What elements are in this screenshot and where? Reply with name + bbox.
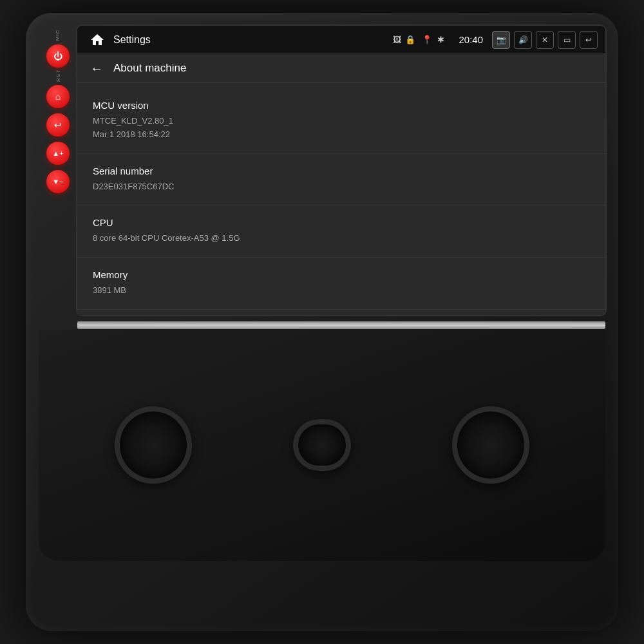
cpu-label: CPU xyxy=(93,217,590,228)
info-list: MCU version MTCE_KLD_V2.80_1Mar 1 2018 1… xyxy=(77,83,605,315)
vent-right xyxy=(452,406,529,484)
home-icon-btn[interactable] xyxy=(85,28,109,52)
cpu-value: 8 core 64-bit CPU Coretex-A53 @ 1.5G xyxy=(93,232,590,245)
settings-title: Settings xyxy=(113,34,151,46)
screen-area: MIC ⏻ RST ⌂ ↩ ▲+ ▼− Settings 🖼 � xyxy=(39,26,605,315)
content-area: ← About machine MCU version MTCE_KLD_V2.… xyxy=(77,54,605,315)
serial-value: D23E031F875C67DC xyxy=(93,180,590,194)
location-icon: 📍 xyxy=(422,35,432,44)
list-item: Serial number D23E031F875C67DC xyxy=(77,154,605,206)
mcu-value: MTCE_KLD_V2.80_1Mar 1 2018 16:54:22 xyxy=(93,115,590,142)
home-side-button[interactable]: ⌂ xyxy=(46,85,70,108)
rst-label: RST xyxy=(55,70,61,82)
left-panel: MIC ⏻ RST ⌂ ↩ ▲+ ▼− xyxy=(39,26,77,315)
main-screen: Settings 🖼 🔒 📍 ✱ 20:40 📷 🔊 ✕ ▭ xyxy=(77,26,605,315)
status-bar: Settings 🖼 🔒 📍 ✱ 20:40 📷 🔊 ✕ ▭ xyxy=(77,26,605,54)
speaker-btn[interactable]: 🔊 xyxy=(514,31,532,49)
page-header: ← About machine xyxy=(77,54,605,83)
back-btn-top[interactable]: ↩ xyxy=(580,31,598,49)
memory-value: 3891 MB xyxy=(93,284,590,298)
top-right-controls: 📷 🔊 ✕ ▭ ↩ xyxy=(492,31,598,49)
mic-label: MIC xyxy=(55,30,61,41)
silver-strip xyxy=(77,321,605,329)
back-side-button[interactable]: ↩ xyxy=(46,113,70,137)
list-item: MCU version MTCE_KLD_V2.80_1Mar 1 2018 1… xyxy=(77,88,605,154)
vol-up-button[interactable]: ▲+ xyxy=(46,142,70,165)
list-item: Memory 3891 MB xyxy=(77,258,605,310)
power-button[interactable]: ⏻ xyxy=(46,44,70,68)
home-icon xyxy=(90,32,105,48)
bluetooth-icon: ✱ xyxy=(437,35,444,44)
image-icon: 🖼 xyxy=(393,35,401,44)
page-title: About machine xyxy=(113,62,186,75)
car-unit: MIC ⏻ RST ⌂ ↩ ▲+ ▼− Settings 🖼 � xyxy=(26,13,618,631)
serial-label: Serial number xyxy=(93,166,590,176)
vol-down-button[interactable]: ▼− xyxy=(46,170,70,193)
status-icons: 📍 ✱ xyxy=(422,35,444,44)
time-display: 20:40 xyxy=(459,34,483,45)
memory-label: Memory xyxy=(93,269,590,280)
back-button[interactable]: ← xyxy=(90,62,103,75)
window-btn[interactable]: ▭ xyxy=(558,31,576,49)
mcu-label: MCU version xyxy=(93,100,590,111)
lock-icon: 🔒 xyxy=(405,35,415,44)
vent-left xyxy=(115,406,192,484)
bottom-panel xyxy=(39,329,605,561)
camera-btn[interactable]: 📷 xyxy=(492,31,510,49)
list-item: CPU 8 core 64-bit CPU Coretex-A53 @ 1.5G xyxy=(77,205,605,258)
close-btn[interactable]: ✕ xyxy=(536,31,554,49)
vent-center xyxy=(293,419,351,471)
status-bar-media: 🖼 🔒 xyxy=(393,35,415,44)
